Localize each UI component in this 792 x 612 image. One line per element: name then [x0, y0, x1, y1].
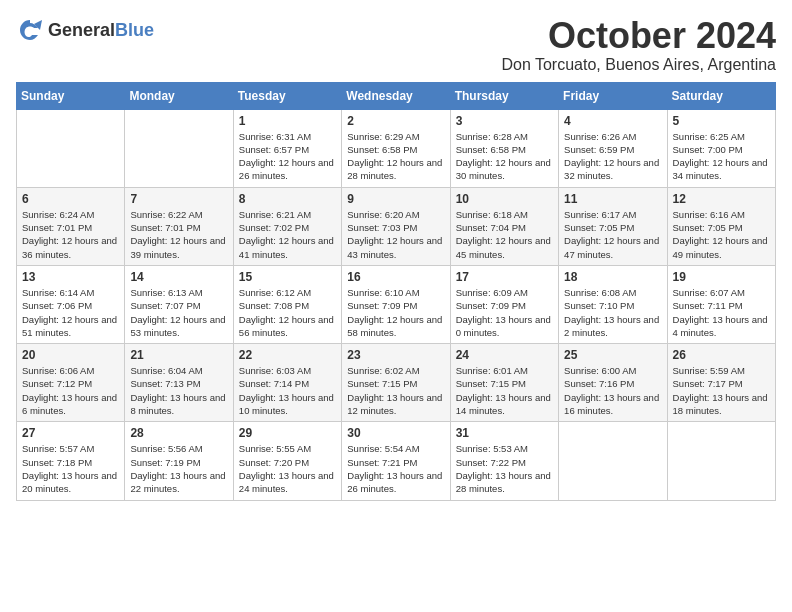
day-number: 31: [456, 426, 553, 440]
day-info: Sunrise: 6:24 AM Sunset: 7:01 PM Dayligh…: [22, 208, 119, 261]
day-number: 29: [239, 426, 336, 440]
day-number: 5: [673, 114, 770, 128]
day-number: 13: [22, 270, 119, 284]
weekday-header: Saturday: [667, 82, 775, 109]
calendar-cell: 15Sunrise: 6:12 AM Sunset: 7:08 PM Dayli…: [233, 265, 341, 343]
day-number: 14: [130, 270, 227, 284]
calendar-cell: 8Sunrise: 6:21 AM Sunset: 7:02 PM Daylig…: [233, 187, 341, 265]
day-info: Sunrise: 6:03 AM Sunset: 7:14 PM Dayligh…: [239, 364, 336, 417]
day-number: 20: [22, 348, 119, 362]
day-info: Sunrise: 6:22 AM Sunset: 7:01 PM Dayligh…: [130, 208, 227, 261]
day-number: 1: [239, 114, 336, 128]
calendar-cell: 16Sunrise: 6:10 AM Sunset: 7:09 PM Dayli…: [342, 265, 450, 343]
weekday-header: Wednesday: [342, 82, 450, 109]
day-number: 4: [564, 114, 661, 128]
day-number: 9: [347, 192, 444, 206]
logo-icon: [16, 16, 44, 44]
calendar-cell: 2Sunrise: 6:29 AM Sunset: 6:58 PM Daylig…: [342, 109, 450, 187]
day-number: 7: [130, 192, 227, 206]
day-number: 6: [22, 192, 119, 206]
day-info: Sunrise: 6:12 AM Sunset: 7:08 PM Dayligh…: [239, 286, 336, 339]
calendar-cell: 18Sunrise: 6:08 AM Sunset: 7:10 PM Dayli…: [559, 265, 667, 343]
day-info: Sunrise: 6:25 AM Sunset: 7:00 PM Dayligh…: [673, 130, 770, 183]
calendar-cell: 1Sunrise: 6:31 AM Sunset: 6:57 PM Daylig…: [233, 109, 341, 187]
calendar-cell: 17Sunrise: 6:09 AM Sunset: 7:09 PM Dayli…: [450, 265, 558, 343]
day-info: Sunrise: 6:26 AM Sunset: 6:59 PM Dayligh…: [564, 130, 661, 183]
day-number: 22: [239, 348, 336, 362]
calendar-table: SundayMondayTuesdayWednesdayThursdayFrid…: [16, 82, 776, 501]
day-number: 26: [673, 348, 770, 362]
day-info: Sunrise: 6:29 AM Sunset: 6:58 PM Dayligh…: [347, 130, 444, 183]
day-info: Sunrise: 6:10 AM Sunset: 7:09 PM Dayligh…: [347, 286, 444, 339]
day-number: 27: [22, 426, 119, 440]
day-info: Sunrise: 6:17 AM Sunset: 7:05 PM Dayligh…: [564, 208, 661, 261]
day-info: Sunrise: 6:20 AM Sunset: 7:03 PM Dayligh…: [347, 208, 444, 261]
calendar-cell: [17, 109, 125, 187]
day-number: 21: [130, 348, 227, 362]
day-info: Sunrise: 6:09 AM Sunset: 7:09 PM Dayligh…: [456, 286, 553, 339]
day-number: 25: [564, 348, 661, 362]
day-number: 30: [347, 426, 444, 440]
calendar-cell: 31Sunrise: 5:53 AM Sunset: 7:22 PM Dayli…: [450, 422, 558, 500]
day-number: 28: [130, 426, 227, 440]
month-title: October 2024: [501, 16, 776, 56]
day-info: Sunrise: 6:02 AM Sunset: 7:15 PM Dayligh…: [347, 364, 444, 417]
calendar-cell: 14Sunrise: 6:13 AM Sunset: 7:07 PM Dayli…: [125, 265, 233, 343]
calendar-cell: 29Sunrise: 5:55 AM Sunset: 7:20 PM Dayli…: [233, 422, 341, 500]
day-number: 11: [564, 192, 661, 206]
calendar-cell: 23Sunrise: 6:02 AM Sunset: 7:15 PM Dayli…: [342, 344, 450, 422]
calendar-cell: 4Sunrise: 6:26 AM Sunset: 6:59 PM Daylig…: [559, 109, 667, 187]
calendar-cell: 27Sunrise: 5:57 AM Sunset: 7:18 PM Dayli…: [17, 422, 125, 500]
svg-marker-0: [34, 20, 42, 30]
page-header: GeneralBlue October 2024 Don Torcuato, B…: [16, 16, 776, 74]
day-number: 24: [456, 348, 553, 362]
day-number: 12: [673, 192, 770, 206]
logo-general-text: General: [48, 20, 115, 40]
logo-blue-text: Blue: [115, 20, 154, 40]
calendar-cell: 11Sunrise: 6:17 AM Sunset: 7:05 PM Dayli…: [559, 187, 667, 265]
calendar-cell: 25Sunrise: 6:00 AM Sunset: 7:16 PM Dayli…: [559, 344, 667, 422]
day-info: Sunrise: 5:57 AM Sunset: 7:18 PM Dayligh…: [22, 442, 119, 495]
calendar-week-row: 13Sunrise: 6:14 AM Sunset: 7:06 PM Dayli…: [17, 265, 776, 343]
logo: GeneralBlue: [16, 16, 154, 44]
weekday-header: Sunday: [17, 82, 125, 109]
calendar-week-row: 1Sunrise: 6:31 AM Sunset: 6:57 PM Daylig…: [17, 109, 776, 187]
day-info: Sunrise: 5:59 AM Sunset: 7:17 PM Dayligh…: [673, 364, 770, 417]
day-info: Sunrise: 5:55 AM Sunset: 7:20 PM Dayligh…: [239, 442, 336, 495]
day-info: Sunrise: 6:06 AM Sunset: 7:12 PM Dayligh…: [22, 364, 119, 417]
calendar-cell: 7Sunrise: 6:22 AM Sunset: 7:01 PM Daylig…: [125, 187, 233, 265]
calendar-cell: 24Sunrise: 6:01 AM Sunset: 7:15 PM Dayli…: [450, 344, 558, 422]
day-number: 23: [347, 348, 444, 362]
calendar-cell: [559, 422, 667, 500]
day-number: 16: [347, 270, 444, 284]
day-number: 18: [564, 270, 661, 284]
weekday-header: Monday: [125, 82, 233, 109]
day-info: Sunrise: 6:28 AM Sunset: 6:58 PM Dayligh…: [456, 130, 553, 183]
day-number: 2: [347, 114, 444, 128]
day-info: Sunrise: 5:56 AM Sunset: 7:19 PM Dayligh…: [130, 442, 227, 495]
day-info: Sunrise: 6:21 AM Sunset: 7:02 PM Dayligh…: [239, 208, 336, 261]
day-number: 8: [239, 192, 336, 206]
calendar-cell: 13Sunrise: 6:14 AM Sunset: 7:06 PM Dayli…: [17, 265, 125, 343]
day-info: Sunrise: 6:14 AM Sunset: 7:06 PM Dayligh…: [22, 286, 119, 339]
day-info: Sunrise: 5:53 AM Sunset: 7:22 PM Dayligh…: [456, 442, 553, 495]
calendar-cell: [125, 109, 233, 187]
calendar-cell: 22Sunrise: 6:03 AM Sunset: 7:14 PM Dayli…: [233, 344, 341, 422]
weekday-header: Thursday: [450, 82, 558, 109]
day-number: 19: [673, 270, 770, 284]
day-info: Sunrise: 6:00 AM Sunset: 7:16 PM Dayligh…: [564, 364, 661, 417]
calendar-cell: 26Sunrise: 5:59 AM Sunset: 7:17 PM Dayli…: [667, 344, 775, 422]
location-title: Don Torcuato, Buenos Aires, Argentina: [501, 56, 776, 74]
weekday-header-row: SundayMondayTuesdayWednesdayThursdayFrid…: [17, 82, 776, 109]
calendar-cell: 28Sunrise: 5:56 AM Sunset: 7:19 PM Dayli…: [125, 422, 233, 500]
day-number: 17: [456, 270, 553, 284]
day-info: Sunrise: 6:13 AM Sunset: 7:07 PM Dayligh…: [130, 286, 227, 339]
calendar-cell: 12Sunrise: 6:16 AM Sunset: 7:05 PM Dayli…: [667, 187, 775, 265]
title-block: October 2024 Don Torcuato, Buenos Aires,…: [501, 16, 776, 74]
calendar-cell: 9Sunrise: 6:20 AM Sunset: 7:03 PM Daylig…: [342, 187, 450, 265]
calendar-week-row: 27Sunrise: 5:57 AM Sunset: 7:18 PM Dayli…: [17, 422, 776, 500]
calendar-cell: 3Sunrise: 6:28 AM Sunset: 6:58 PM Daylig…: [450, 109, 558, 187]
day-number: 3: [456, 114, 553, 128]
calendar-cell: 20Sunrise: 6:06 AM Sunset: 7:12 PM Dayli…: [17, 344, 125, 422]
day-info: Sunrise: 6:07 AM Sunset: 7:11 PM Dayligh…: [673, 286, 770, 339]
